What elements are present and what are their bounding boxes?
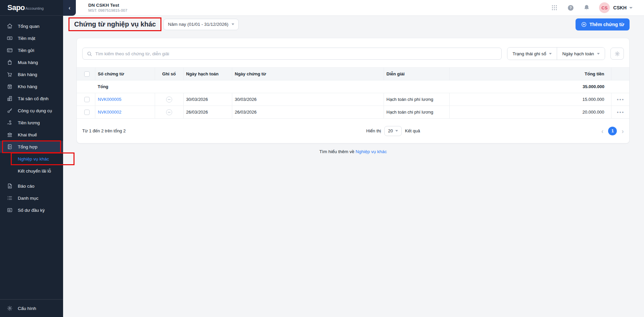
plus-circle-icon [581,21,587,27]
page-size-control: Hiển thị 20 Kết quả [366,126,420,136]
building-icon [7,96,13,102]
user-name: CSKH [613,5,627,10]
key-icon [7,108,13,114]
date-range-dropdown[interactable]: Năm nay (01/01 - 31/12/2026) [163,19,238,30]
sidebar-item-cong-cu-dung-cu[interactable]: Công cụ dụng cụ [0,105,63,117]
sidebar-item-khai-thue[interactable]: Khai thuế [0,129,63,141]
table-footer: Từ 1 đến 2 trên tổng 2 Hiển thị 20 Kết q… [77,119,629,143]
sidebar-item-label: Tiền gửi [18,48,34,53]
logo-suffix: Accounting [26,6,44,10]
user-menu[interactable]: CS CSKH [599,2,633,13]
row-actions-button[interactable]: ●●● [611,93,630,106]
annotation-box-page-title: Chứng từ nghiệp vụ khác [68,17,161,31]
show-label: Hiển thị [366,128,381,133]
sidebar-item-tien-luong[interactable]: Tiền lương [0,117,63,129]
page-content: Chứng từ nghiệp vụ khác Năm nay (01/01 -… [63,16,644,154]
filter-posting-date[interactable]: Ngày hạch toán [557,48,605,60]
company-tax-code: MST: 0987519815-007 [88,8,127,13]
next-page-button[interactable]: › [622,128,624,134]
add-document-button[interactable]: Thêm chứng từ [576,18,630,30]
description-cell: Hạch toán chi phí lương [384,106,449,119]
sidebar-item-ban-hang[interactable]: Bán hàng [0,68,63,80]
pagination-summary: Từ 1 đến 2 trên tổng 2 [82,128,126,133]
cash-icon [7,35,13,41]
page-size-value: 20 [388,128,393,133]
sidebar-subitem-ket-chuyen-lai-lo[interactable]: Kết chuyển lãi lỗ [0,165,63,177]
table-row: NVK000005 30/03/2026 30/03/2026 Hạch toá… [77,93,630,106]
learn-more-row: Tìm hiểu thêm về Nghiệp vụ khác [77,149,630,154]
company-name: DN CSKH Test [88,3,127,8]
amount-cell: 15.000.000 [449,93,611,106]
sidebar-subitem-nghiep-vu-khac[interactable]: Nghiệp vụ khác [0,153,63,165]
sidebar-item-tien-mat[interactable]: Tiền mặt [0,32,63,44]
sidebar-item-tai-san-co-dinh[interactable]: Tài sản cố định [0,92,63,105]
table-toolbar: Trạng thái ghi sổ Ngày hạch toán [77,38,629,67]
column-header-doc-no: Số chứng từ [95,68,155,80]
current-page-button[interactable]: 1 [608,127,617,135]
tax-bank-icon [7,132,13,138]
cart-icon [7,71,13,77]
sidebar-item-kho-hang[interactable]: Kho hàng [0,80,63,92]
sidebar-collapse-button[interactable]: ‹ [63,0,76,16]
title-row: Chứng từ nghiệp vụ khác Năm nay (01/01 -… [68,17,630,31]
row-checkbox[interactable] [84,97,90,102]
learn-more-link[interactable]: Nghiệp vụ khác [355,149,387,154]
column-header-doc-date: Ngày chứng từ [232,68,384,80]
company-info: DN CSKH Test MST: 0987519815-007 [88,3,127,13]
previous-page-button[interactable]: ‹ [601,128,604,134]
filter-label: Trạng thái ghi sổ [512,51,546,56]
gear-icon [614,51,620,57]
document-link[interactable]: NVK000002 [98,110,121,115]
search-icon [87,51,92,57]
add-document-label: Thêm chứng từ [590,22,625,27]
sidebar-item-tong-quan[interactable]: Tổng quan [0,20,63,32]
sidebar-item-tien-gui[interactable]: Tiền gửi [0,44,63,56]
total-label: Tổng [95,80,155,93]
results-label: Kết quả [405,128,420,133]
sidebar-item-label: Tổng hợp [18,144,37,149]
chevron-down-icon [629,7,633,9]
sidebar-item-label: Tiền lương [18,120,40,125]
row-actions-button[interactable]: ●●● [611,106,630,119]
report-icon [7,183,13,189]
sidebar-item-label: Tài sản cố định [18,96,49,101]
sidebar-item-danh-muc[interactable]: Danh mục [0,192,63,204]
bell-icon[interactable] [583,4,590,11]
sidebar-item-tong-hop[interactable]: $ Tổng hợp [0,141,63,153]
wallet-icon [7,207,13,213]
logo-brand: Sapo [7,3,25,12]
document-link[interactable]: NVK000005 [98,97,121,102]
filter-posting-status[interactable]: Trạng thái ghi sổ [507,48,557,60]
apps-grid-icon[interactable] [551,4,558,11]
page-size-select[interactable]: 20 [384,126,401,136]
row-checkbox[interactable] [84,110,90,115]
documents-table: Số chứng từ Ghi sổ Ngày hạch toán Ngày c… [77,67,630,119]
column-header-posted: Ghi sổ [155,68,183,80]
list-icon [7,195,13,201]
gear-icon [7,305,13,311]
circle-minus-icon [166,109,172,115]
table-row: NVK000002 26/03/2026 26/03/2026 Hạch toá… [77,106,630,119]
sidebar-subitem-label: Kết chuyển lãi lỗ [18,169,51,174]
sidebar-item-label: Bán hàng [18,72,37,77]
sidebar-item-mua-hang[interactable]: Mua hàng [0,56,63,68]
sidebar: Sapo Accounting Tổng quan Tiền mặt Tiền … [0,0,63,317]
posting-date-cell: 30/03/2026 [183,93,232,106]
table-settings-button[interactable] [610,48,624,60]
search-input[interactable] [95,51,497,56]
select-all-checkbox[interactable] [84,71,90,77]
chevron-down-icon [597,53,600,55]
svg-text:?: ? [569,6,572,10]
sidebar-item-label: Mua hàng [18,60,38,65]
chevron-down-icon [549,53,552,55]
ledger-icon: $ [7,144,13,150]
doc-date-cell: 26/03/2026 [232,106,384,119]
sidebar-item-so-du-dau-ky[interactable]: Số dư đầu kỳ [0,204,63,216]
help-icon[interactable]: ? [567,4,574,11]
sidebar-item-bao-cao[interactable]: Báo cáo [0,180,63,192]
sidebar-item-label: Tổng quan [18,24,40,29]
column-header-posting-date: Ngày hạch toán [183,68,232,80]
sidebar-item-cau-hinh[interactable]: Cấu hình [0,300,63,317]
sidebar-item-label: Báo cáo [18,184,35,189]
shopping-bag-icon [7,59,13,65]
